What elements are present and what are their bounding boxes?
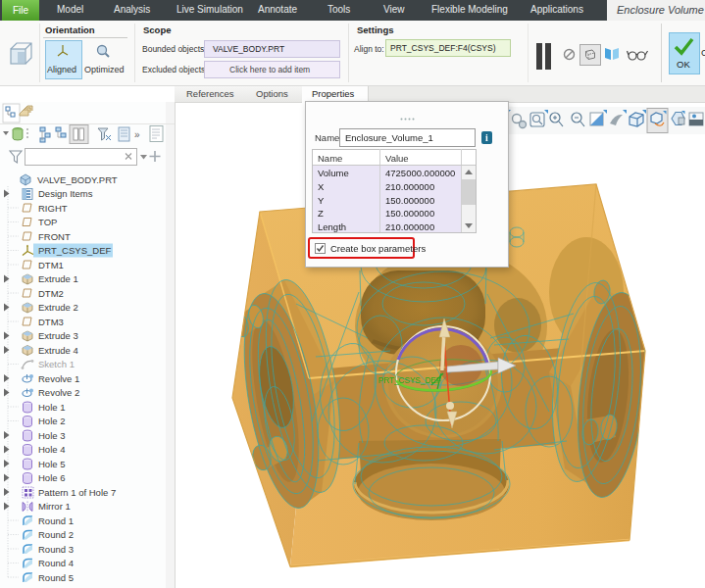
svg-text:Round 5: Round 5	[38, 572, 74, 583]
svg-text:Revolve 2: Revolve 2	[38, 387, 79, 398]
svg-text:Round 4: Round 4	[38, 558, 74, 568]
svg-text:Hole 1: Hole 1	[38, 402, 65, 413]
svg-text:TOP: TOP	[38, 217, 57, 227]
svg-text:Mirror 1: Mirror 1	[38, 501, 71, 512]
svg-text:Pattern 1 of Hole 7: Pattern 1 of Hole 7	[38, 487, 116, 498]
svg-text:Extrude 2: Extrude 2	[38, 302, 78, 313]
svg-text:Hole 4: Hole 4	[38, 444, 65, 455]
svg-text:Extrude 4: Extrude 4	[38, 345, 78, 356]
svg-text:Round 2: Round 2	[38, 529, 74, 540]
svg-text:VALVE_BODY.PRT: VALVE_BODY.PRT	[37, 174, 118, 185]
svg-text:Extrude 1: Extrude 1	[38, 273, 78, 284]
svg-text:Hole 6: Hole 6	[38, 472, 65, 483]
svg-text:Round 3: Round 3	[38, 544, 74, 555]
svg-text:Hole 2: Hole 2	[38, 416, 65, 426]
svg-text:DTM2: DTM2	[38, 288, 64, 299]
svg-text:Hole 3: Hole 3	[38, 430, 65, 441]
svg-text:Extrude 3: Extrude 3	[38, 330, 78, 341]
svg-text:Sketch 1: Sketch 1	[38, 359, 75, 369]
svg-text:Hole 5: Hole 5	[38, 459, 65, 469]
svg-text:FRONT: FRONT	[38, 231, 71, 242]
svg-text:PRT_CSYS_DEF: PRT_CSYS_DEF	[378, 376, 441, 385]
svg-text:PRT_CSYS_DEF: PRT_CSYS_DEF	[38, 245, 111, 256]
svg-text:DTM3: DTM3	[38, 317, 64, 327]
svg-text:Design Items: Design Items	[38, 188, 93, 199]
svg-text:»: »	[134, 129, 140, 140]
svg-text:RIGHT: RIGHT	[38, 203, 68, 214]
svg-text:DTM1: DTM1	[38, 260, 64, 270]
svg-text:Revolve 1: Revolve 1	[38, 373, 79, 384]
svg-text:Round 1: Round 1	[38, 515, 74, 526]
